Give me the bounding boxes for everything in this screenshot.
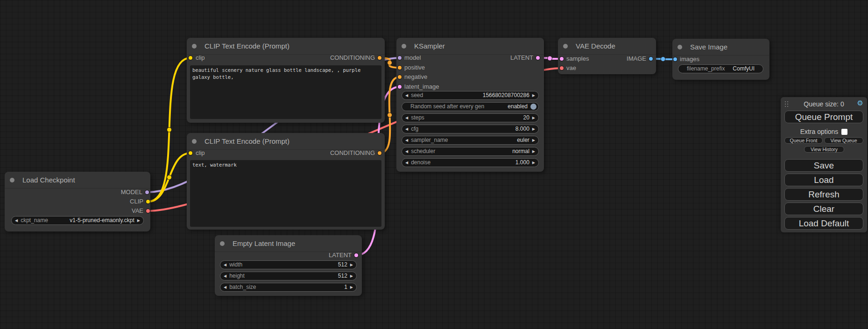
link-image-to-save-image-midpoint-dot[interactable]: [661, 57, 665, 62]
widget-value: enabled: [508, 103, 528, 111]
load-button[interactable]: Load: [784, 174, 863, 186]
output-label-clip: CLIP: [130, 198, 143, 205]
node-title: Load Checkpoint: [22, 176, 75, 184]
link-clip-to-negative-prompt: [148, 153, 191, 202]
link-negative-conditioning-midpoint-dot[interactable]: [388, 113, 392, 118]
link-positive-conditioning-midpoint-dot[interactable]: [388, 61, 392, 65]
output-label-conditioning: CONDITIONING: [330, 54, 375, 62]
drag-handle-icon[interactable]: [785, 101, 786, 102]
queue-size-label: Queue size: 0: [781, 100, 867, 108]
decrement-arrow-icon[interactable]: ◀: [405, 125, 408, 133]
widget-value: 8.000: [515, 125, 529, 133]
view-queue-button[interactable]: View Queue: [824, 137, 863, 144]
widget-seed[interactable]: ◀ seed 156680208700286 ▶: [402, 91, 539, 100]
node-title-bar[interactable]: Empty Latent Image: [215, 235, 362, 252]
gear-icon[interactable]: ⚙: [857, 99, 863, 107]
increment-arrow-icon[interactable]: ▶: [532, 91, 535, 99]
node-clip-text-encode-positive[interactable]: CLIP Text Encode (Prompt) clip CONDITION…: [187, 38, 385, 123]
input-label-samples: samples: [566, 55, 589, 63]
node-graph-canvas[interactable]: Load Checkpoint MODEL CLIP VAE ◀ ckpt_na…: [0, 0, 868, 329]
widget-batch-size[interactable]: ◀ batch_size 1 ▶: [220, 283, 357, 292]
widget-label: denoise: [411, 159, 430, 167]
queue-front-button[interactable]: Queue Front: [784, 137, 823, 144]
node-title: CLIP Text Encode (Prompt): [205, 137, 289, 145]
decrement-arrow-icon[interactable]: ◀: [224, 261, 226, 269]
collapse-dot-icon[interactable]: [220, 241, 225, 246]
node-title-bar[interactable]: Load Checkpoint: [5, 172, 150, 189]
increment-arrow-icon[interactable]: ▶: [532, 147, 535, 155]
node-load-checkpoint[interactable]: Load Checkpoint MODEL CLIP VAE ◀ ckpt_na…: [5, 172, 150, 231]
node-title-bar[interactable]: CLIP Text Encode (Prompt): [187, 38, 385, 55]
node-save-image[interactable]: Save Image images filename_prefix ComfyU…: [672, 39, 769, 80]
widget-value: 1.000: [515, 159, 529, 167]
link-clip-to-positive-prompt-midpoint-dot[interactable]: [167, 127, 172, 132]
widget-ckpt-name[interactable]: ◀ ckpt_name v1-5-pruned-emaonly.ckpt ▶: [11, 216, 144, 225]
extra-options-checkbox[interactable]: [841, 129, 847, 135]
increment-arrow-icon[interactable]: ▶: [532, 125, 535, 133]
decrement-arrow-icon[interactable]: ◀: [405, 114, 408, 122]
output-label-latent: LATENT: [510, 54, 533, 62]
collapse-dot-icon[interactable]: [563, 44, 568, 49]
increment-arrow-icon[interactable]: ▶: [137, 217, 140, 224]
decrement-arrow-icon[interactable]: ◀: [15, 217, 18, 224]
decrement-arrow-icon[interactable]: ◀: [405, 136, 408, 144]
widget-height[interactable]: ◀ height 512 ▶: [220, 272, 357, 280]
collapse-dot-icon[interactable]: [677, 45, 682, 49]
collapse-dot-icon[interactable]: [192, 44, 197, 49]
decrement-arrow-icon[interactable]: ◀: [405, 147, 408, 155]
node-ksampler[interactable]: KSampler model positive negative latent_…: [396, 38, 544, 172]
node-title: CLIP Text Encode (Prompt): [205, 42, 289, 50]
refresh-button[interactable]: Refresh: [784, 188, 863, 201]
decrement-arrow-icon[interactable]: ◀: [224, 283, 226, 291]
widget-value: euler: [517, 136, 529, 144]
node-title-bar[interactable]: KSampler: [396, 38, 544, 55]
increment-arrow-icon[interactable]: ▶: [350, 283, 353, 291]
widget-denoise[interactable]: ◀ denoise 1.000 ▶: [402, 158, 539, 167]
save-button[interactable]: Save: [784, 159, 863, 172]
clear-button[interactable]: Clear: [784, 203, 863, 215]
widget-cfg[interactable]: ◀ cfg 8.000 ▶: [402, 125, 539, 133]
increment-arrow-icon[interactable]: ▶: [532, 159, 535, 167]
widget-width[interactable]: ◀ width 512 ▶: [220, 260, 357, 269]
node-clip-text-encode-negative[interactable]: CLIP Text Encode (Prompt) clip CONDITION…: [187, 133, 385, 230]
decrement-arrow-icon[interactable]: ◀: [405, 159, 408, 167]
node-empty-latent-image[interactable]: Empty Latent Image LATENT ◀ width 512 ▶ …: [215, 235, 362, 296]
prompt-textarea[interactable]: beautiful scenery nature glass bottle la…: [190, 65, 381, 119]
view-history-button[interactable]: View History: [804, 146, 844, 153]
widget-label: cfg: [411, 125, 418, 133]
collapse-dot-icon[interactable]: [402, 44, 406, 49]
widget-sampler-name[interactable]: ◀ sampler_name euler ▶: [402, 136, 539, 145]
increment-arrow-icon[interactable]: ▶: [532, 136, 535, 144]
output-label-model: MODEL: [121, 189, 142, 196]
widget-label: Random seed after every gen: [410, 103, 484, 111]
prompt-textarea[interactable]: text, watermark: [190, 160, 381, 227]
widget-value: normal: [512, 147, 529, 155]
node-vae-decode[interactable]: VAE Decode samples vae IMAGE: [558, 38, 656, 74]
queue-prompt-button[interactable]: Queue Prompt: [784, 111, 863, 123]
widget-label: ckpt_name: [21, 217, 48, 224]
collapse-dot-icon[interactable]: [192, 139, 197, 144]
widget-scheduler[interactable]: ◀ scheduler normal ▶: [402, 147, 539, 156]
increment-arrow-icon[interactable]: ▶: [350, 261, 353, 269]
extra-options-label: Extra options: [800, 128, 839, 135]
increment-arrow-icon[interactable]: ▶: [532, 114, 535, 122]
decrement-arrow-icon[interactable]: ◀: [224, 272, 226, 280]
node-title-bar[interactable]: Save Image: [672, 39, 769, 56]
toggle-circle-icon[interactable]: [530, 104, 536, 110]
widget-steps[interactable]: ◀ steps 20 ▶: [402, 113, 539, 122]
widget-label: steps: [411, 114, 424, 122]
increment-arrow-icon[interactable]: ▶: [350, 272, 353, 280]
node-title-bar[interactable]: VAE Decode: [558, 38, 656, 55]
collapse-dot-icon[interactable]: [10, 178, 14, 182]
link-clip-to-negative-prompt-midpoint-dot[interactable]: [167, 175, 172, 180]
load-default-button[interactable]: Load Default: [784, 217, 863, 230]
widget-random-seed-toggle[interactable]: Random seed after every gen enabled: [402, 102, 539, 111]
node-title: KSampler: [414, 42, 445, 50]
widget-filename-prefix[interactable]: filename_prefix ComfyUI: [678, 64, 763, 73]
node-title-bar[interactable]: CLIP Text Encode (Prompt): [187, 133, 385, 150]
widget-value: 512: [338, 272, 347, 280]
output-label-vae: VAE: [132, 207, 143, 215]
link-latent-to-vae-decode-midpoint-dot[interactable]: [548, 56, 552, 61]
decrement-arrow-icon[interactable]: ◀: [405, 91, 408, 99]
widget-value: ComfyUI: [733, 65, 755, 73]
